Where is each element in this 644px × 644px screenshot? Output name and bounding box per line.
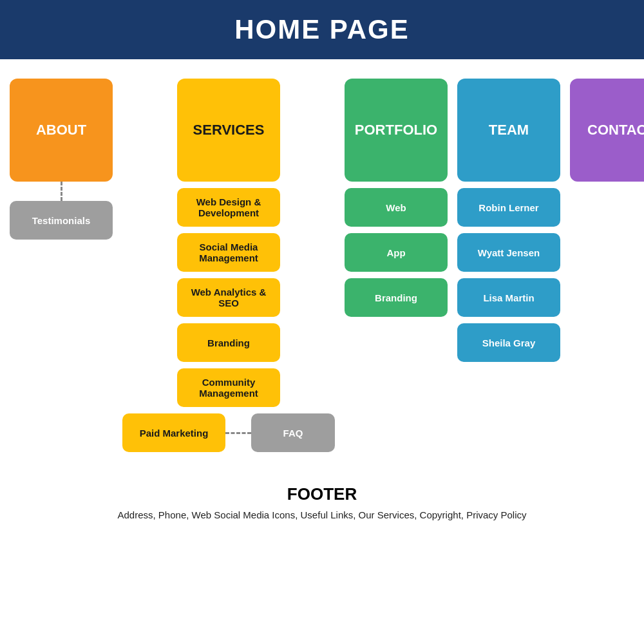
contact-nav-box[interactable]: CONTACT xyxy=(570,79,644,182)
about-nav-box[interactable]: ABOUT xyxy=(10,79,113,182)
lisa-martin-box[interactable]: Lisa Martin xyxy=(457,278,560,317)
about-column: ABOUT Testimonials xyxy=(10,79,113,240)
wyatt-jensen-label: Wyatt Jensen xyxy=(478,247,540,258)
services-nav-box[interactable]: SERVICES xyxy=(177,79,280,182)
faq-label: FAQ xyxy=(283,428,303,439)
footer-title: FOOTER xyxy=(0,484,644,504)
faq-box[interactable]: FAQ xyxy=(251,413,335,452)
about-dashed-connector xyxy=(61,182,62,201)
page-title: HOME PAGE xyxy=(0,14,644,45)
sheila-gray-label: Sheila Gray xyxy=(482,337,536,348)
services-label: SERVICES xyxy=(193,122,265,138)
robin-lerner-box[interactable]: Robin Lerner xyxy=(457,188,560,227)
team-column: TEAM Robin Lerner Wyatt Jensen Lisa Mart… xyxy=(457,79,560,362)
web-portfolio-box[interactable]: Web xyxy=(345,188,448,227)
services-column: SERVICES Web Design & Development Social… xyxy=(122,79,335,452)
app-portfolio-label: App xyxy=(386,247,405,258)
wyatt-jensen-box[interactable]: Wyatt Jensen xyxy=(457,233,560,272)
paid-marketing-box[interactable]: Paid Marketing xyxy=(122,413,225,452)
paid-marketing-label: Paid Marketing xyxy=(140,428,209,439)
social-media-box[interactable]: Social Media Management xyxy=(177,233,280,272)
community-management-label: Community Management xyxy=(182,377,275,399)
web-analytics-label: Web Analytics & SEO xyxy=(182,287,275,308)
footer-section: FOOTER Address, Phone, Web Social Media … xyxy=(0,484,644,533)
team-nav-box[interactable]: TEAM xyxy=(457,79,560,182)
site-header: HOME PAGE xyxy=(0,0,644,59)
web-portfolio-label: Web xyxy=(386,202,406,213)
testimonials-box[interactable]: Testimonials xyxy=(10,201,113,240)
paid-faq-connector xyxy=(225,432,251,434)
community-management-box[interactable]: Community Management xyxy=(177,368,280,407)
contact-column: CONTACT xyxy=(570,79,644,182)
social-media-label: Social Media Management xyxy=(182,242,275,263)
portfolio-label: PORTFOLIO xyxy=(355,122,437,138)
about-label: ABOUT xyxy=(36,122,86,138)
nav-columns: ABOUT Testimonials SERVICES Web Design &… xyxy=(10,79,634,452)
contact-label: CONTACT xyxy=(587,122,644,138)
portfolio-column: PORTFOLIO Web App Branding xyxy=(345,79,448,317)
footer-subtitle: Address, Phone, Web Social Media Icons, … xyxy=(0,509,644,520)
web-design-box[interactable]: Web Design & Development xyxy=(177,188,280,227)
web-analytics-box[interactable]: Web Analytics & SEO xyxy=(177,278,280,317)
paid-marketing-row: Paid Marketing FAQ xyxy=(122,413,335,452)
team-label: TEAM xyxy=(489,122,529,138)
main-content: ABOUT Testimonials SERVICES Web Design &… xyxy=(0,59,644,459)
branding-services-label: Branding xyxy=(207,337,250,348)
lisa-martin-label: Lisa Martin xyxy=(483,292,534,303)
app-portfolio-box[interactable]: App xyxy=(345,233,448,272)
sheila-gray-box[interactable]: Sheila Gray xyxy=(457,323,560,362)
branding-services-box[interactable]: Branding xyxy=(177,323,280,362)
branding-portfolio-label: Branding xyxy=(375,292,417,303)
web-design-label: Web Design & Development xyxy=(182,196,275,218)
robin-lerner-label: Robin Lerner xyxy=(478,202,538,213)
testimonials-label: Testimonials xyxy=(32,215,91,226)
portfolio-nav-box[interactable]: PORTFOLIO xyxy=(345,79,448,182)
branding-portfolio-box[interactable]: Branding xyxy=(345,278,448,317)
